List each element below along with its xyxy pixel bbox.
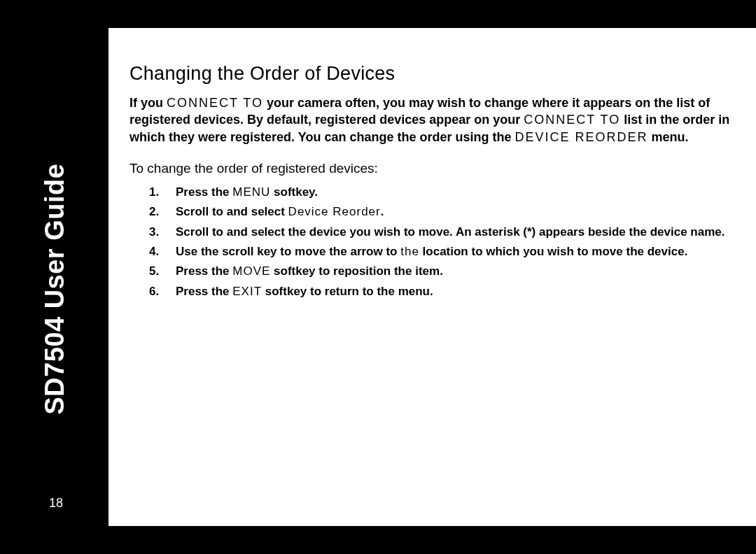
step-text: softkey to return to the menu.	[262, 285, 433, 298]
steps-lead: To change the order of registered device…	[130, 161, 756, 176]
step-number: 6.	[149, 283, 159, 301]
steps-list: 1. Press the MENU softkey. 2. Scroll to …	[130, 183, 756, 301]
page-number: 18	[49, 496, 63, 511]
step-text: Scroll to and select	[176, 205, 288, 218]
page-body: Changing the Order of Devices If you CON…	[108, 28, 756, 526]
step-text: softkey.	[270, 185, 318, 199]
step-item: 5. Press the MOVE softkey to reposition …	[162, 262, 756, 280]
step-number: 5.	[149, 262, 159, 280]
step-text: softkey to reposition the item.	[270, 264, 443, 278]
step-item: 3. Scroll to and select the device you w…	[162, 223, 756, 241]
step-item: 6. Press the EXIT softkey to return to t…	[162, 283, 756, 301]
step-number: 3.	[149, 223, 159, 241]
step-text: Press the	[176, 264, 232, 278]
step-keyword: Device Reorder	[288, 205, 381, 218]
step-number: 1.	[149, 183, 159, 201]
intro-device-reorder: DEVICE REORDER	[514, 130, 648, 144]
step-item: 2. Scroll to and select Device Reorder.	[162, 203, 756, 221]
step-item: 4. Use the scroll key to move the arrow …	[162, 243, 756, 261]
intro-connect-to-2: CONNECT TO	[524, 113, 620, 127]
step-text: Press the	[176, 285, 232, 298]
guide-title: SD7504 User Guide	[39, 164, 69, 415]
step-keyword: EXIT	[232, 285, 262, 298]
step-text: location to which you wish to move the d…	[419, 245, 688, 258]
step-text: Use the scroll key to move the arrow to	[176, 245, 400, 258]
step-text: Scroll to and select the device you wish…	[176, 225, 724, 239]
step-keyword: MOVE	[232, 264, 270, 278]
step-number: 4.	[149, 243, 159, 261]
intro-text: menu.	[648, 130, 689, 144]
section-heading: Changing the Order of Devices	[130, 63, 756, 85]
intro-text: If you	[130, 96, 167, 110]
step-keyword: MENU	[232, 185, 270, 199]
step-text: .	[381, 205, 384, 218]
step-number: 2.	[149, 203, 159, 221]
sidebar: SD7504 User Guide 18	[0, 0, 108, 554]
step-keyword: the	[400, 245, 419, 258]
step-text: Press the	[176, 185, 232, 199]
intro-connect-to-1: CONNECT TO	[167, 96, 263, 110]
step-item: 1. Press the MENU softkey.	[162, 183, 756, 201]
intro-paragraph: If you CONNECT TO your camera often, you…	[130, 94, 756, 145]
